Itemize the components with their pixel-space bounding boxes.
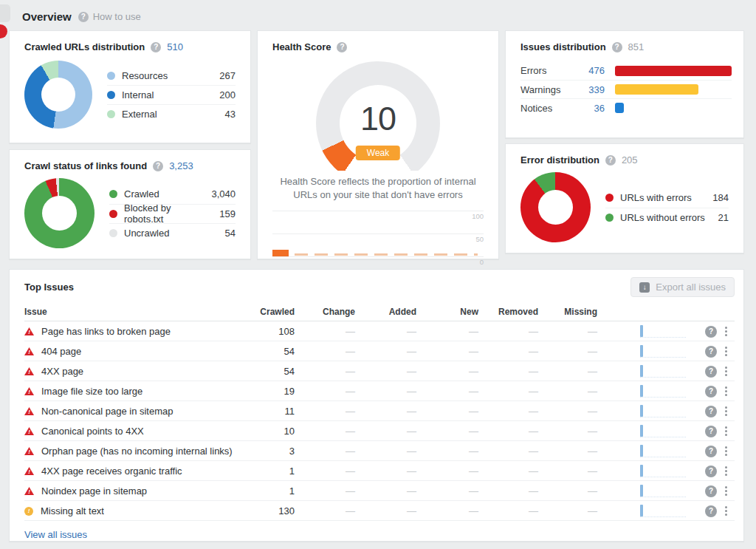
issue-help-icon[interactable] [705, 386, 717, 398]
removed-value: — [478, 505, 538, 516]
issue-menu-icon[interactable] [717, 441, 735, 461]
legend-label: URLs without errors [620, 212, 705, 223]
issue-menu-icon[interactable] [717, 341, 735, 361]
issue-help-icon[interactable] [705, 426, 717, 437]
issue-menu-icon[interactable] [717, 481, 735, 501]
help-icon[interactable] [151, 42, 161, 52]
issue-row: 4XX page receives organic traffic 1 — — … [24, 461, 735, 481]
sparkline-bar [640, 425, 643, 437]
error-icon [24, 367, 34, 375]
issue-sparkline [597, 341, 687, 361]
page-header: Overview How to use [0, 0, 756, 30]
issue-name-cell[interactable]: 404 page [24, 346, 252, 357]
missing-value: — [538, 485, 597, 497]
issue-name-cell[interactable]: 4XX page [24, 366, 252, 377]
issue-menu-icon[interactable] [717, 501, 735, 521]
new-value: — [416, 366, 478, 377]
issue-name-cell[interactable]: Orphan page (has no incoming internal li… [24, 446, 252, 457]
col-new: New [416, 307, 478, 317]
issue-menu-icon[interactable] [717, 361, 735, 381]
issue-name-cell[interactable]: Noindex page in sitemap [24, 485, 252, 497]
missing-value: — [538, 346, 597, 357]
added-value: — [355, 485, 416, 497]
legend-item: Resources 267 [107, 66, 236, 85]
issue-name: Non-canonical page in sitemap [41, 406, 173, 417]
issue-menu-icon[interactable] [717, 381, 735, 401]
issue-help-icon[interactable] [705, 346, 717, 358]
issue-menu-icon[interactable] [717, 421, 735, 441]
legend-dot [605, 214, 614, 222]
how-to-use-link[interactable]: How to use [78, 11, 141, 22]
issue-menu-icon[interactable] [717, 321, 735, 341]
change-value: — [295, 446, 355, 457]
export-label: Export all issues [656, 282, 726, 293]
legend-label: Uncrawled [124, 228, 169, 239]
dist-label: Errors [520, 65, 572, 76]
missing-value: — [538, 406, 597, 417]
notices-bar [615, 103, 624, 113]
error-icon [24, 487, 34, 495]
export-icon [639, 282, 650, 293]
sparkline-bar [640, 405, 643, 417]
sparkline-baseline [640, 417, 686, 417]
crawl-status-total[interactable]: 3,253 [169, 160, 193, 171]
sparkline-baseline [640, 457, 686, 457]
new-value: — [416, 466, 478, 477]
issue-help-icon[interactable] [705, 366, 717, 378]
issue-sparkline [597, 501, 687, 521]
issue-name: 4XX page receives organic traffic [41, 466, 182, 477]
issue-help-icon[interactable] [705, 505, 717, 517]
removed-value: — [478, 426, 538, 437]
help-icon[interactable] [612, 42, 622, 52]
dist-row-warnings: Warnings 339 [520, 80, 732, 98]
card-title: Crawl status of links found [24, 160, 147, 171]
legend-item: Internal 200 [107, 85, 236, 104]
help-icon[interactable] [153, 161, 163, 171]
axis-tick: 50 [475, 235, 484, 243]
issue-name-cell[interactable]: 4XX page receives organic traffic [24, 466, 252, 477]
issue-row: Page has links to broken page 108 — — — … [24, 321, 735, 341]
issue-name: 4XX page [41, 366, 83, 377]
crawled-urls-total[interactable]: 510 [167, 41, 183, 52]
errors-count-link[interactable]: 476 [572, 65, 605, 76]
crawled-value: 1 [252, 466, 295, 477]
issue-name-cell[interactable]: Page has links to broken page [24, 326, 252, 337]
gridline [272, 211, 484, 211]
sparkline-baseline [640, 337, 686, 338]
issue-name-cell[interactable]: Non-canonical page in sitemap [24, 406, 252, 417]
issue-help-icon[interactable] [705, 446, 717, 457]
legend-dot [107, 72, 115, 80]
new-value: — [416, 326, 478, 337]
issue-help-icon[interactable] [705, 466, 717, 477]
issue-help-icon[interactable] [705, 485, 717, 497]
issues-rows: Page has links to broken page 108 — — — … [24, 321, 735, 521]
issue-help-icon[interactable] [705, 406, 717, 417]
legend-dot [109, 229, 117, 237]
sparkline-baseline [640, 477, 686, 477]
issue-sparkline [597, 381, 687, 401]
legend-dot [605, 194, 614, 202]
axis-tick: 0 [480, 258, 484, 266]
notices-count-link[interactable]: 36 [572, 103, 605, 114]
issues-distribution-total: 851 [628, 41, 645, 52]
issue-name-cell[interactable]: Canonical points to 4XX [24, 426, 252, 437]
crawled-value: 130 [252, 505, 295, 516]
issue-name-cell[interactable]: Image file size too large [24, 386, 252, 397]
export-all-issues-button[interactable]: Export all issues [630, 277, 735, 297]
help-icon[interactable] [605, 155, 616, 166]
removed-value: — [478, 326, 538, 337]
issue-menu-icon[interactable] [717, 401, 735, 421]
issues-table-header: Issue Crawled Change Added New Removed M… [24, 303, 735, 321]
error-icon [24, 427, 34, 435]
sparkline-baseline [640, 516, 686, 517]
health-history-chart: 100 50 0 [272, 211, 484, 262]
removed-value: — [478, 346, 538, 357]
help-icon[interactable] [337, 42, 347, 52]
warnings-count-link[interactable]: 339 [572, 84, 605, 95]
issue-menu-icon[interactable] [717, 461, 735, 481]
issue-name-cell[interactable]: Missing alt text [24, 505, 252, 516]
view-all-issues-link[interactable]: View all issues [24, 529, 87, 540]
col-change: Change [295, 307, 355, 317]
issue-help-icon[interactable] [705, 326, 717, 338]
removed-value: — [478, 466, 538, 477]
